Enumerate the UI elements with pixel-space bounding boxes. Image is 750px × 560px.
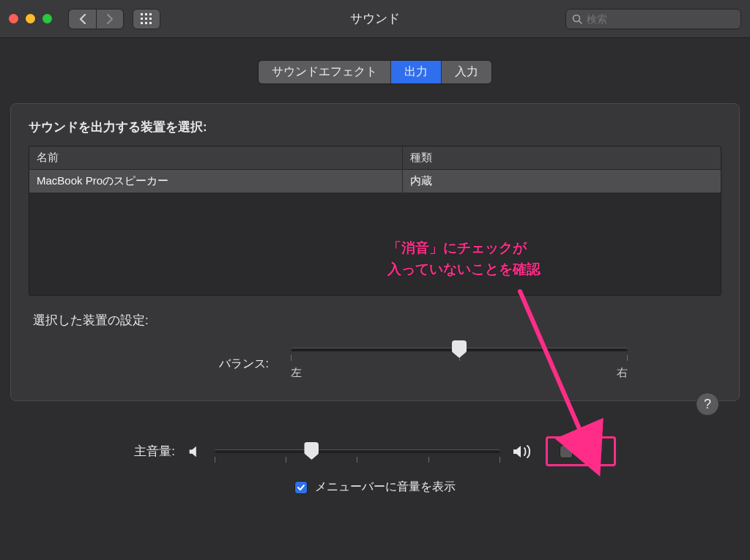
device-kind: 内蔵 [403, 170, 721, 193]
tab-bar: サウンドエフェクト 出力 入力 [258, 60, 492, 84]
device-table: 名前 種類 MacBook Proのスピーカー 内蔵 [29, 146, 721, 296]
forward-button[interactable] [96, 9, 124, 29]
device-row[interactable]: MacBook Proのスピーカー 内蔵 [29, 170, 721, 193]
help-button[interactable]: ? [696, 392, 719, 416]
close-icon[interactable] [9, 14, 18, 23]
window-controls [9, 14, 52, 23]
zoom-icon[interactable] [42, 14, 52, 23]
balance-label: バランス: [122, 356, 269, 372]
mute-highlight-box: 消音 [546, 436, 616, 466]
balance-right-label: 右 [617, 366, 628, 380]
svg-rect-5 [149, 18, 152, 20]
tab-sound-effects[interactable]: サウンドエフェクト [259, 61, 391, 83]
mute-label: 消音 [580, 444, 602, 458]
master-volume-slider[interactable] [215, 449, 500, 453]
speaker-high-icon [512, 443, 534, 460]
tab-input[interactable]: 入力 [442, 61, 491, 83]
svg-rect-7 [145, 22, 147, 24]
svg-line-10 [579, 20, 582, 23]
column-header-kind[interactable]: 種類 [403, 146, 721, 170]
svg-rect-4 [145, 18, 147, 20]
column-header-name[interactable]: 名前 [29, 146, 403, 170]
show-in-menubar-checkbox[interactable] [294, 481, 308, 494]
speaker-low-icon [187, 444, 203, 460]
grid-icon [141, 13, 152, 25]
svg-rect-1 [145, 13, 147, 15]
minimize-icon[interactable] [26, 14, 35, 23]
search-input[interactable] [587, 13, 735, 25]
svg-rect-2 [149, 13, 152, 15]
mute-checkbox[interactable] [560, 445, 573, 458]
svg-rect-6 [141, 22, 143, 24]
tab-output[interactable]: 出力 [391, 61, 442, 83]
svg-rect-8 [149, 22, 152, 24]
svg-rect-3 [141, 18, 143, 20]
show-in-menubar-label: メニューバーに音量を表示 [315, 479, 456, 495]
show-all-button[interactable] [133, 9, 160, 29]
balance-left-label: 左 [291, 366, 302, 380]
svg-rect-0 [141, 13, 143, 15]
table-empty-area [29, 193, 721, 295]
search-icon [572, 14, 582, 24]
titlebar: サウンド [0, 0, 750, 38]
selected-device-settings-label: 選択した装置の設定: [33, 312, 721, 329]
select-device-label: サウンドを出力する装置を選択: [29, 119, 721, 135]
back-button[interactable] [68, 9, 96, 29]
output-panel: サウンドを出力する装置を選択: 名前 種類 MacBook Proのスピーカー … [10, 103, 740, 401]
balance-slider[interactable]: 左 右 [291, 348, 628, 380]
device-name: MacBook Proのスピーカー [29, 170, 403, 193]
nav-buttons [68, 9, 124, 29]
master-volume-label: 主音量: [134, 443, 175, 460]
search-field[interactable] [565, 9, 741, 29]
